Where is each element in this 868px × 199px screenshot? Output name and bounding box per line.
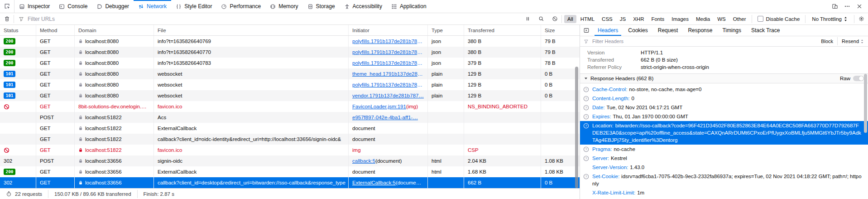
sidebar-toggle-button[interactable] (580, 25, 593, 36)
request-row[interactable]: 200GETlocalhost:8080info?t=1635826640770… (0, 47, 580, 58)
request-row[interactable]: GETlocalhost:51822favicon.icoimgCSP (0, 145, 580, 155)
request-row[interactable]: 200GETlocalhost:8080info?t=1635826640769… (0, 36, 580, 47)
type-filter-html[interactable]: HTML (577, 15, 598, 23)
column-header-domain[interactable]: Domain (75, 25, 154, 35)
response-header-row[interactable]: ?Set-Cookie:idsrv=adf6cba1-7075-402b-9ec… (580, 172, 868, 188)
status-text: 302 (4, 158, 12, 164)
resend-button[interactable]: Resend (838, 36, 868, 46)
column-header-status[interactable]: Status (0, 25, 36, 35)
column-header-transferred[interactable]: Transferred (464, 25, 541, 35)
request-row[interactable]: 101GETlocalhost:8080websocketvendor.1791… (0, 90, 580, 101)
initiator-link[interactable]: e957f897-042e-4ba1-aff1-… (352, 115, 418, 120)
pause-button[interactable] (521, 16, 534, 22)
filter-headers-input[interactable] (591, 38, 817, 44)
tab-storage[interactable]: Storage (303, 0, 340, 13)
initiator-link[interactable]: vendor.1791b137de281b787… (352, 93, 424, 98)
tab-application[interactable]: Application (387, 0, 431, 13)
response-header-row[interactable]: ?Pragma:no-cache (580, 145, 868, 154)
initiator-link[interactable]: theme_head.1791b137de281… (352, 71, 424, 77)
type-filter-xhr[interactable]: XHR (630, 15, 647, 23)
domain-text: localhost:8080 (85, 71, 119, 77)
response-header-row[interactable]: ?Location:bitwarden://sso-callback?code=… (580, 121, 868, 145)
response-header-row[interactable]: ?Content-Length:0 (580, 94, 868, 103)
type-filter-media[interactable]: Media (693, 15, 713, 23)
response-header-row[interactable]: Server-Version:1.43.0 (580, 163, 868, 172)
clear-requests-button[interactable] (0, 13, 14, 24)
cell-transferred: CSP (464, 145, 541, 155)
type-filter-images[interactable]: Images (668, 15, 692, 23)
details-tab-headers[interactable]: Headers (593, 25, 623, 36)
initiator-link[interactable]: polyfills.1791b137de281b787… (352, 60, 424, 66)
request-row[interactable]: 101GETlocalhost:8080websockettheme_head.… (0, 68, 580, 79)
column-header-initiator[interactable]: Initiator (349, 25, 428, 35)
details-tab-response[interactable]: Response (683, 25, 717, 36)
request-row[interactable]: GET8bit-solutions-dev.onelogin.…favicon.… (0, 101, 580, 112)
tab-inspector[interactable]: Inspector (14, 0, 54, 13)
filter-urls-input[interactable] (27, 15, 521, 23)
initiator-link[interactable]: polyfills.1791b137de281b787… (352, 49, 424, 55)
request-row[interactable]: 200GETlocalhost:33656ExternalCallbackdoc… (0, 166, 580, 177)
raw-toggle[interactable] (853, 76, 864, 81)
type-filter-other[interactable]: Other (730, 15, 749, 23)
response-header-row[interactable]: ?Server:Kestrel (580, 154, 868, 163)
details-scrollbar[interactable] (864, 74, 867, 133)
type-filter-all[interactable]: All (564, 15, 576, 23)
disable-cache-checkbox[interactable] (758, 16, 763, 22)
cell-status: 302 (0, 155, 36, 166)
blocked-icon (4, 147, 10, 153)
response-header-row[interactable]: X-Rate-Limit-Limit:1m (580, 188, 868, 197)
details-tab-timings[interactable]: Timings (717, 25, 746, 36)
request-row[interactable]: GETlocalhost:51822callback?client_id=oid… (0, 134, 580, 145)
type-filter-ws[interactable]: WS (714, 15, 729, 23)
request-list-scrollbar[interactable] (575, 67, 578, 188)
cell-status: 101 (0, 79, 36, 90)
request-row[interactable]: 101GETlocalhost:8080websocketpolyfills.1… (0, 79, 580, 90)
column-header-file[interactable]: File (154, 25, 349, 35)
element-picker-button[interactable] (0, 0, 14, 13)
close-button[interactable] (853, 0, 865, 13)
disable-cache-option[interactable]: Disable Cache (752, 16, 806, 22)
initiator-link[interactable]: FaviconLoader.jsm:191 (352, 104, 406, 109)
tab-console[interactable]: Console (54, 0, 92, 13)
type-filter-js[interactable]: JS (617, 15, 629, 23)
details-tab-request[interactable]: Request (653, 25, 683, 36)
column-header-method[interactable]: Method (36, 25, 75, 35)
search-button[interactable] (534, 16, 548, 22)
initiator-link[interactable]: polyfills.1791b137de281b787… (352, 39, 424, 44)
request-row[interactable]: POSTlocalhost:51822Acse957f897-042e-4ba1… (0, 112, 580, 123)
request-blocking-button[interactable] (548, 16, 561, 22)
cell-file: Acs (154, 112, 349, 123)
details-tab-cookies[interactable]: Cookies (623, 25, 652, 36)
initiator-link[interactable]: ExternalCallback:5 (352, 180, 396, 185)
cell-transferred (464, 123, 541, 134)
type-filter-fonts[interactable]: Fonts (648, 15, 667, 23)
column-header-type[interactable]: Type (428, 25, 464, 35)
request-row[interactable]: 302GETlocalhost:33656callback?client_id=… (0, 177, 580, 188)
initiator-link[interactable]: polyfills.1791b137de281b787… (352, 82, 424, 87)
response-headers-section[interactable]: Response Headers (662 B) Raw (580, 73, 868, 83)
request-row[interactable]: 302POSTlocalhost:33656signin-oidccallbac… (0, 155, 580, 166)
menu-button[interactable] (841, 0, 853, 13)
cell-method: POST (36, 112, 75, 123)
response-header-row[interactable]: ?Date:Tue, 02 Nov 2021 04:17:21 GMT (580, 103, 868, 112)
initiator-link[interactable]: callback:5 (352, 158, 375, 164)
cell-size: 0 B (541, 79, 580, 90)
throttling-select[interactable]: No Throttling (806, 16, 854, 22)
type-filter-css[interactable]: CSS (599, 15, 616, 23)
tab-memory[interactable]: Memory (265, 0, 302, 13)
tab-accessibility[interactable]: Accessibility (340, 0, 387, 13)
tab-performance[interactable]: Performance (216, 0, 265, 13)
responsive-design-button[interactable] (829, 0, 841, 13)
tab-network[interactable]: Network (134, 0, 171, 13)
column-header-size[interactable]: Size (541, 25, 580, 35)
block-button[interactable]: Block (817, 36, 837, 46)
performance-analysis-segment[interactable]: 22 requests (0, 189, 48, 199)
network-settings-button[interactable] (854, 13, 868, 24)
request-row[interactable]: GETlocalhost:51822ExternalCallbackdocume… (0, 123, 580, 134)
request-row[interactable]: 200GETlocalhost:8080info?t=1635826640783… (0, 58, 580, 68)
details-tab-stack-trace[interactable]: Stack Trace (746, 25, 785, 36)
response-header-row[interactable]: ?Expires:Thu, 01 Jan 1970 00:00:00 GMT (580, 112, 868, 121)
tab-debugger[interactable]: Debugger (92, 0, 134, 13)
tab-style-editor[interactable]: Style Editor (171, 0, 216, 13)
response-header-row[interactable]: ?Cache-Control:no-store, no-cache, max-a… (580, 85, 868, 94)
